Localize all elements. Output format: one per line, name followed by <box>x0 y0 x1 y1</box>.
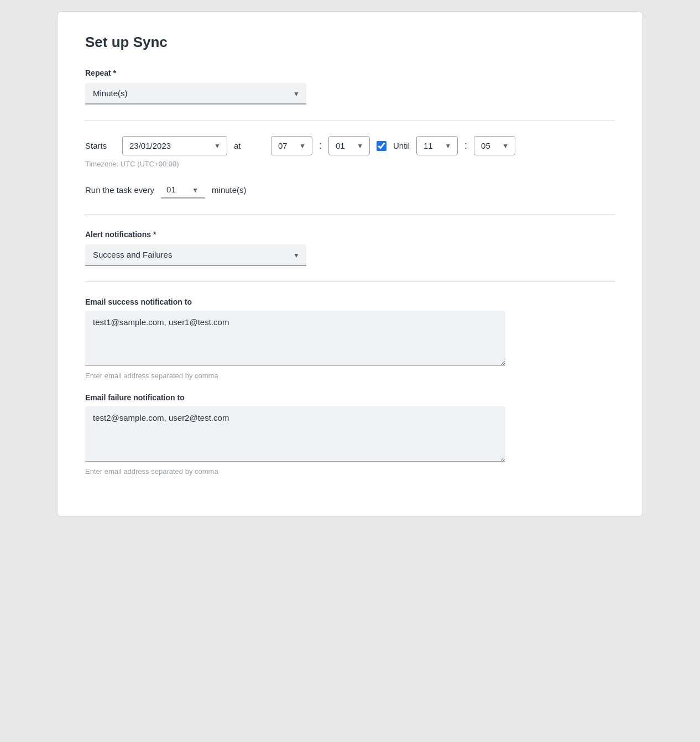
until-label: Until <box>393 141 410 150</box>
email-failure-textarea[interactable]: test2@sample.com, user2@test.com <box>85 406 505 462</box>
repeat-label: Repeat * <box>85 69 615 77</box>
alert-notifications-section: Alert notifications * Success and Failur… <box>85 230 615 266</box>
divider-3 <box>85 281 615 282</box>
until-minute-select[interactable]: 05 00010203 04060708 0910 <box>474 136 515 155</box>
timezone-text: Timezone: UTC (UTC+00:00) <box>85 160 615 168</box>
starts-label: Starts <box>85 141 116 150</box>
interval-select-wrapper: 01 02030405 10152030 ▼ <box>161 181 205 198</box>
start-minute-select[interactable]: 01 00020304 05060708 0910 <box>328 136 370 155</box>
divider-1 <box>85 120 615 121</box>
run-task-label: Run the task every <box>85 185 154 195</box>
email-success-section: Email success notification to test1@samp… <box>85 297 615 380</box>
alert-select[interactable]: Success and Failures Failures only Succe… <box>85 244 306 266</box>
repeat-select-wrapper: Minute(s) Hour(s) Day(s) Week(s) Month(s… <box>85 83 306 104</box>
until-checkbox[interactable] <box>377 141 386 151</box>
start-hour-select-wrapper: 07 00010203 040506 08091011 12131415 161… <box>271 136 312 155</box>
date-select[interactable]: 23/01/2023 <box>122 136 227 155</box>
run-task-row: Run the task every 01 02030405 10152030 … <box>85 181 615 198</box>
time-separator-1: : <box>319 140 322 151</box>
email-success-label: Email success notification to <box>85 297 615 306</box>
email-success-hint: Enter email address separated by comma <box>85 372 615 380</box>
set-up-sync-card: Set up Sync Repeat * Minute(s) Hour(s) D… <box>57 11 643 517</box>
start-hour-select[interactable]: 07 00010203 040506 08091011 12131415 161… <box>271 136 312 155</box>
starts-row: Starts 23/01/2023 ▼ at 07 00010203 04050… <box>85 136 615 155</box>
date-select-wrapper: 23/01/2023 ▼ <box>122 136 227 155</box>
email-success-textarea[interactable]: test1@sample.com, user1@test.com <box>85 311 505 366</box>
alert-label: Alert notifications * <box>85 230 615 239</box>
repeat-select[interactable]: Minute(s) Hour(s) Day(s) Week(s) Month(s… <box>85 83 306 104</box>
until-hour-select-wrapper: 11 00010203 04050607 080910 12131415 161… <box>416 136 458 155</box>
repeat-section: Repeat * Minute(s) Hour(s) Day(s) Week(s… <box>85 69 615 104</box>
alert-select-wrapper: Success and Failures Failures only Succe… <box>85 244 306 266</box>
start-minute-select-wrapper: 01 00020304 05060708 0910 ▼ <box>328 136 370 155</box>
starts-section: Starts 23/01/2023 ▼ at 07 00010203 04050… <box>85 136 615 168</box>
divider-2 <box>85 214 615 215</box>
email-failure-section: Email failure notification to test2@samp… <box>85 393 615 475</box>
time-separator-2: : <box>464 140 467 151</box>
until-minute-select-wrapper: 05 00010203 04060708 0910 ▼ <box>474 136 515 155</box>
email-failure-label: Email failure notification to <box>85 393 615 402</box>
interval-select[interactable]: 01 02030405 10152030 <box>161 181 205 198</box>
minutes-unit-label: minute(s) <box>212 185 247 195</box>
until-checkbox-wrapper <box>377 141 386 151</box>
page-title: Set up Sync <box>85 34 615 51</box>
until-hour-select[interactable]: 11 00010203 04050607 080910 12131415 161… <box>416 136 458 155</box>
email-failure-hint: Enter email address separated by comma <box>85 467 615 475</box>
at-label: at <box>234 141 264 150</box>
